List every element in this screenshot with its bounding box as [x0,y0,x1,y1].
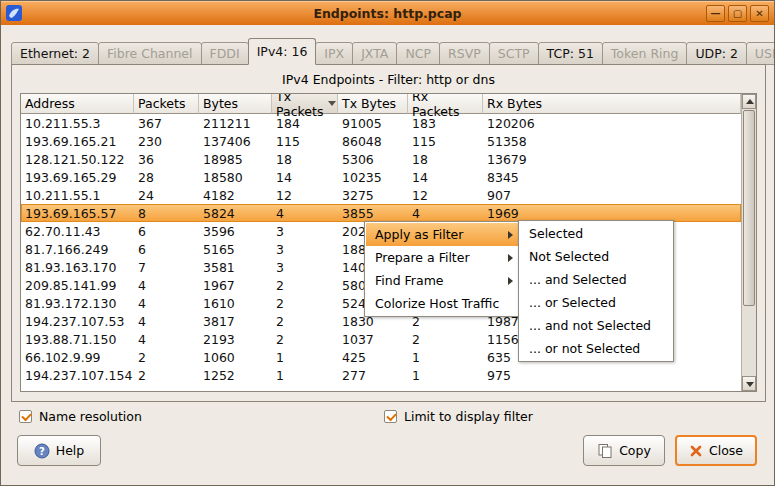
tab-label: RSVP [448,46,481,61]
cell-tx-bytes: 10235 [338,170,408,185]
cell-packets: 24 [134,188,199,203]
menu-item-label: ... and not Selected [529,318,651,333]
copy-button[interactable]: Copy [583,435,665,466]
tab-label: FDDI [210,46,240,61]
cell-tx-packets: 2 [272,278,338,293]
limit-to-display-filter-checkbox[interactable]: Limit to display filter [384,409,533,424]
table-row[interactable]: 128.121.50.122 36 18985 18 5306 18 13679 [21,150,741,168]
maximize-button[interactable]: ▢ [728,5,747,22]
tab-bar: Ethernet: 2 Fibre Channel FDDI IPv4: 16 … [11,38,766,65]
cell-bytes: 3596 [199,224,272,239]
close-button-label: Close [709,443,743,458]
copy-icon [597,443,613,459]
column-header-packets[interactable]: Packets [134,94,199,114]
cell-tx-packets: 18 [272,152,338,167]
column-header-bytes[interactable]: Bytes [199,94,272,114]
cell-rx-packets: 1 [408,350,483,365]
context-menu-item[interactable]: Prepare a Filter [366,246,519,269]
cell-rx-packets: 2 [408,332,483,347]
endpoints-window: Endpoints: http.pcap — ▢ ✕ Ethernet: 2 F… [0,0,775,486]
titlebar[interactable]: Endpoints: http.pcap — ▢ ✕ [1,1,774,25]
table-row[interactable]: 194.237.107.154 2 1252 1 277 1 975 [21,366,741,384]
cell-packets: 36 [134,152,199,167]
sort-descending-icon [328,101,336,106]
cell-rx-bytes: 907 [483,188,741,203]
scroll-up-button[interactable] [742,94,756,109]
cell-tx-packets: 2 [272,296,338,311]
menu-item-label: ... or Selected [529,295,616,310]
cell-bytes: 18985 [199,152,272,167]
protocol-tab[interactable]: TCP: 51 [538,42,603,65]
cell-rx-packets: 12 [408,188,483,203]
cell-rx-packets: 115 [408,134,483,149]
cell-address: 193.88.71.150 [21,332,134,347]
tab-label: Ethernet: 2 [20,46,90,61]
cell-tx-packets: 3 [272,242,338,257]
scroll-down-button[interactable] [742,376,756,391]
menu-item-label: Colorize Host Traffic [375,296,499,311]
cell-tx-bytes: 86048 [338,134,408,149]
submenu-item[interactable]: Selected [520,222,672,245]
cell-packets: 4 [134,296,199,311]
tab-label: UDP: 2 [695,46,737,61]
help-icon: ? [34,443,50,459]
cell-address: 193.69.165.29 [21,170,134,185]
protocol-tab[interactable]: USB [746,42,775,65]
cell-address: 128.121.50.122 [21,152,134,167]
dialog-buttons: ? Help Copy Close [1,435,774,469]
cell-tx-bytes: 1037 [338,332,408,347]
cell-tx-packets: 115 [272,134,338,149]
cell-packets: 7 [134,260,199,275]
column-header-address[interactable]: Address [21,94,134,114]
table-row[interactable]: 193.69.165.21 230 137406 115 86048 115 5… [21,132,741,150]
submenu-item[interactable]: ... and not Selected [520,314,672,337]
protocol-tab[interactable]: FDDI [201,42,249,65]
scrollbar-thumb[interactable] [743,110,755,306]
submenu-item[interactable]: ... or Selected [520,291,672,314]
protocol-tab[interactable]: IPv4: 16 [248,38,317,65]
table-row[interactable]: 10.211.55.3 367 211211 184 91005 183 120… [21,114,741,132]
close-button[interactable]: Close [675,435,757,466]
column-header-tx-packets[interactable]: Tx Packets [272,94,338,114]
checkbox-label: Name resolution [39,409,142,424]
protocol-tab[interactable]: SCTP [489,42,539,65]
protocol-tab[interactable]: JXTA [352,42,397,65]
protocol-tab[interactable]: Token Ring [602,42,688,65]
cell-rx-packets: 1 [408,368,483,383]
column-header-rx-packets[interactable]: Rx Packets [408,94,483,114]
column-header-tx-bytes[interactable]: Tx Bytes [338,94,408,114]
cell-address: 10.211.55.1 [21,188,134,203]
options-row: Name resolution Limit to display filter [1,409,774,427]
cell-tx-bytes: 277 [338,368,408,383]
menu-item-label: ... and Selected [529,272,627,287]
cell-bytes: 4182 [199,188,272,203]
cell-address: 193.69.165.21 [21,134,134,149]
submenu-arrow-icon [508,277,513,285]
table-row[interactable]: 10.211.55.1 24 4182 12 3275 12 907 [21,186,741,204]
scrollbar-track[interactable] [742,109,756,376]
close-window-button[interactable]: ✕ [750,5,769,22]
protocol-tab[interactable]: Fibre Channel [98,42,202,65]
table-row[interactable]: 193.69.165.29 28 18580 14 10235 14 8345 [21,168,741,186]
cell-address: 194.237.107.154 [21,368,134,383]
copy-button-label: Copy [619,443,651,458]
help-button[interactable]: ? Help [17,435,101,466]
submenu-arrow-icon [508,254,513,262]
column-label: Rx Bytes [487,96,542,111]
name-resolution-checkbox[interactable]: Name resolution [19,409,142,424]
protocol-tab[interactable]: Ethernet: 2 [11,42,99,65]
minimize-button[interactable]: — [706,5,725,22]
context-menu-item[interactable]: Colorize Host Traffic [366,292,519,315]
protocol-tab[interactable]: IPX [315,42,353,65]
context-menu-item[interactable]: Apply as Filter [366,223,519,246]
submenu-item[interactable]: Not Selected [520,245,672,268]
column-header-rx-bytes[interactable]: Rx Bytes [483,94,741,114]
protocol-tab[interactable]: UDP: 2 [686,42,746,65]
protocol-tab[interactable]: RSVP [439,42,490,65]
protocol-tab[interactable]: NCP [396,42,440,65]
submenu-item[interactable]: ... and Selected [520,268,672,291]
submenu-item[interactable]: ... or not Selected [520,337,672,360]
cell-tx-packets: 3 [272,260,338,275]
context-menu-item[interactable]: Find Frame [366,269,519,292]
cell-rx-bytes: 1969 [483,206,741,221]
